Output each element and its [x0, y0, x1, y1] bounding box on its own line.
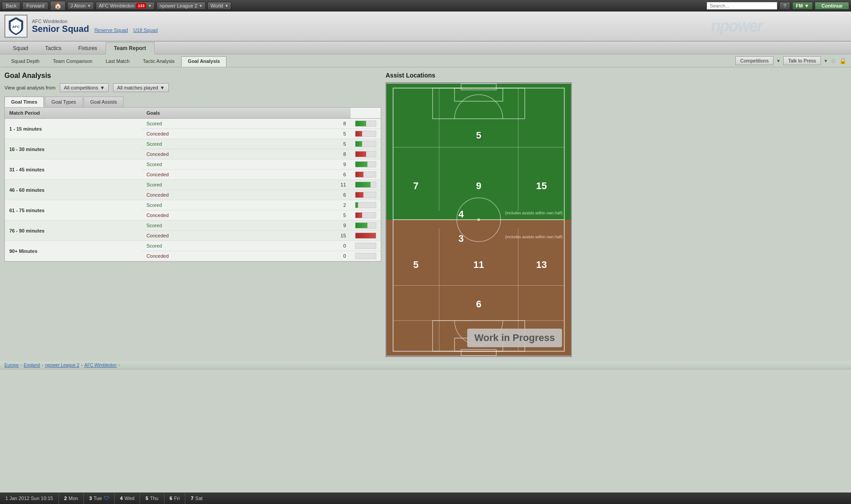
bar-fill	[355, 151, 366, 157]
scored-value: 0	[173, 241, 351, 251]
scored-label: Scored	[142, 221, 173, 231]
inner-tab-goal-times[interactable]: Goal Times	[4, 97, 44, 107]
competitions-button[interactable]: Competitions	[735, 56, 773, 65]
league-dropdown[interactable]: npower League 2 ▼	[156, 2, 206, 10]
breadcrumb-europe[interactable]: Europe	[4, 363, 19, 368]
scored-value: 2	[173, 200, 351, 210]
npower-logo: npower	[711, 17, 762, 35]
scored-label: Scored	[142, 119, 173, 129]
conceded-label: Conceded	[142, 210, 173, 221]
svg-text:5: 5	[413, 259, 418, 270]
right-panel: Assist Locations	[386, 72, 847, 357]
breadcrumb-england[interactable]: England	[24, 363, 40, 368]
sub-tab-team-comparison[interactable]: Team Comparison	[46, 56, 99, 67]
table-row: 61 - 75 minutesScored2	[5, 200, 381, 210]
filter-label: View goal analysis from	[4, 85, 55, 90]
bar-fill	[355, 121, 366, 126]
sub-tab-last-match[interactable]: Last Match	[99, 56, 136, 67]
scored-bar	[351, 241, 381, 251]
col-header-bar	[173, 108, 351, 119]
world-dropdown[interactable]: World ▼	[207, 2, 231, 10]
chevron-down-icon: ▼	[87, 4, 91, 8]
svg-text:13: 13	[536, 259, 547, 270]
table-row: 76 - 90 minutesScored9	[5, 221, 381, 231]
fm-menu-button[interactable]: FM ▼	[792, 2, 813, 10]
club-crest: AFC	[4, 15, 27, 38]
help-button[interactable]: ?	[779, 2, 790, 10]
manager-dropdown[interactable]: J Atron ▼	[67, 2, 94, 10]
bar-track	[355, 222, 376, 229]
period-cell: 1 - 15 minutes	[5, 119, 142, 139]
conceded-value: 15	[173, 231, 351, 241]
star-icon[interactable]: ☆	[831, 57, 836, 64]
bar-fill	[355, 233, 376, 238]
period-cell: 31 - 45 minutes	[5, 159, 142, 180]
sub-tab-nav: Squad Depth Team Comparison Last Match T…	[0, 54, 851, 67]
scored-bar	[351, 119, 381, 129]
status-day-3: 3 Tue 🛡	[84, 492, 115, 504]
scored-label: Scored	[142, 159, 173, 170]
talk-to-press-button[interactable]: Talk to Press	[783, 56, 821, 65]
bar-track	[355, 161, 376, 167]
conceded-label: Conceded	[142, 190, 173, 200]
tab-team-report[interactable]: Team Report	[105, 42, 154, 54]
conceded-label: Conceded	[142, 170, 173, 180]
scored-bar	[351, 221, 381, 231]
reserve-squad-link[interactable]: Reserve Squad	[94, 27, 128, 33]
bar-track	[355, 120, 376, 127]
sub-tab-goal-analysis[interactable]: Goal Analysis	[181, 56, 226, 67]
tab-fixtures[interactable]: Fixtures	[70, 42, 105, 54]
status-day-7: 7 Sat	[185, 492, 208, 504]
chevron-down-icon: ▼	[199, 4, 203, 8]
inner-tab-goal-types[interactable]: Goal Types	[45, 97, 82, 107]
bar-track	[355, 151, 376, 157]
club-dropdown[interactable]: AFC Wimbledon 133 ▼	[96, 2, 155, 10]
bar-track	[355, 253, 376, 259]
scored-value: 9	[173, 159, 351, 170]
bar-track	[355, 243, 376, 249]
bar-track	[355, 141, 376, 147]
back-button[interactable]: Back	[2, 2, 20, 10]
bar-track	[355, 131, 376, 137]
conceded-value: 5	[173, 129, 351, 139]
pitch-svg: 5 7 9 15 4 (Includes assists within own …	[386, 83, 571, 356]
status-day-5: 5 Thu	[140, 492, 164, 504]
wip-watermark: Work in Progress	[467, 329, 562, 347]
sub-tab-squad-depth[interactable]: Squad Depth	[4, 56, 46, 67]
scored-label: Scored	[142, 139, 173, 149]
tab-tactics[interactable]: Tactics	[37, 42, 70, 54]
conceded-value: 6	[173, 190, 351, 200]
sub-tab-right-controls: Competitions ▼ Talk to Press ▼ ☆ 🔒	[735, 56, 847, 67]
conceded-bar	[351, 231, 381, 241]
bar-fill	[355, 192, 364, 198]
bar-fill	[355, 162, 368, 167]
current-date: 1 Jan 2012 Sun 10:15	[5, 496, 53, 501]
u18-squad-link[interactable]: U18 Squad	[133, 27, 158, 33]
period-cell: 90+ Minutes	[5, 241, 142, 261]
search-input[interactable]	[707, 2, 777, 10]
inner-tab-goal-assists[interactable]: Goal Assists	[84, 97, 124, 107]
svg-text:6: 6	[476, 299, 481, 310]
col-header-goals: Goals	[142, 108, 173, 119]
continue-button[interactable]: Continue	[815, 2, 849, 10]
matches-filter-dropdown[interactable]: All matches played ▼	[113, 83, 168, 92]
conceded-bar	[351, 251, 381, 261]
scored-bar	[351, 180, 381, 190]
home-button[interactable]: 🏠	[50, 1, 66, 11]
breadcrumb-club[interactable]: AFC Wimbledon	[84, 363, 117, 368]
conceded-value: 8	[173, 149, 351, 159]
breadcrumb-league[interactable]: npower League 2	[45, 363, 79, 368]
tab-squad[interactable]: Squad	[4, 42, 37, 54]
forward-button[interactable]: Forward	[22, 2, 48, 10]
bar-fill	[355, 182, 371, 187]
competition-filter-dropdown[interactable]: All competitions ▼	[60, 83, 109, 92]
svg-text:9: 9	[476, 180, 481, 191]
main-tab-nav: Squad Tactics Fixtures Team Report	[0, 42, 851, 54]
svg-text:5: 5	[476, 130, 481, 141]
status-day-2: 2 Mon	[59, 492, 84, 504]
lock-icon[interactable]: 🔒	[839, 57, 847, 64]
bar-fill	[355, 223, 368, 228]
club-header: AFC AFC Wimbledon Senior Squad Reserve S…	[0, 12, 851, 42]
conceded-label: Conceded	[142, 231, 173, 241]
sub-tab-tactic-analysis[interactable]: Tactic Analysis	[136, 56, 181, 67]
